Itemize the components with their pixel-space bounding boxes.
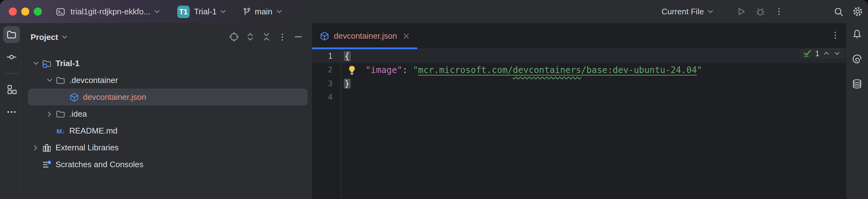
tree-item-label: Trial-1 xyxy=(56,59,80,68)
notifications-button[interactable] xyxy=(852,29,862,39)
run-configuration-selector[interactable]: Current File xyxy=(661,7,714,16)
zoom-window-button[interactable] xyxy=(34,7,42,15)
next-problem-button[interactable] xyxy=(834,50,841,57)
chevron-down-icon[interactable] xyxy=(44,75,54,85)
strip-divider xyxy=(5,73,18,74)
tree-item-label: Scratches and Consoles xyxy=(56,160,144,169)
code-line: "image": "mcr.microsoft.com/devcontainer… xyxy=(341,63,846,77)
tree-item-label: devcontainer.json xyxy=(83,92,146,102)
folder-icon xyxy=(56,109,65,119)
intention-bulb-icon[interactable] xyxy=(347,65,357,75)
project-folder-icon xyxy=(42,58,52,68)
line-number: 1 xyxy=(312,49,341,63)
chevron-down-icon[interactable] xyxy=(153,7,161,15)
project-panel-title[interactable]: Project xyxy=(31,32,58,41)
chevron-spacer xyxy=(31,159,40,169)
folder-icon xyxy=(56,75,65,85)
run-configuration-label: Current File xyxy=(661,7,704,16)
line-number: 4 xyxy=(312,91,341,104)
project-tree: Trial-1.devcontainerdevcontainer.json.id… xyxy=(24,51,312,173)
more-actions-button[interactable] xyxy=(774,7,784,16)
code-line xyxy=(341,91,846,104)
commit-tool-button[interactable] xyxy=(3,49,20,66)
minimize-window-button[interactable] xyxy=(21,7,29,15)
right-tool-strip xyxy=(846,23,868,199)
code-line: { xyxy=(341,49,846,63)
ai-assistant-button[interactable] xyxy=(852,54,862,64)
editor-tab-bar: devcontainer.json xyxy=(312,23,846,49)
ellipsis-icon xyxy=(6,107,17,117)
prev-problem-button[interactable] xyxy=(823,50,830,57)
git-branch-widget[interactable]: main xyxy=(242,7,284,16)
chevron-down-icon[interactable] xyxy=(31,58,40,68)
close-tab-icon[interactable] xyxy=(402,32,411,40)
traffic-lights xyxy=(9,7,42,15)
tree-item-external-libraries[interactable]: External Libraries xyxy=(28,139,308,156)
terminal-icon xyxy=(56,6,65,16)
select-opened-file-button[interactable] xyxy=(229,32,239,42)
cube-icon xyxy=(319,31,330,41)
code-lines: { "image": "mcr.microsoft.com/devcontain… xyxy=(341,49,846,104)
branch-name: main xyxy=(255,7,272,16)
tab-devcontainer-json[interactable]: devcontainer.json xyxy=(312,23,417,49)
ide-window: trial1git-rdjkpn-ekkfo... T1 Trial-1 mai… xyxy=(0,0,868,199)
line-number: 3 xyxy=(312,77,341,91)
settings-button[interactable] xyxy=(852,6,863,17)
tree-item-devcontainer-json[interactable]: devcontainer.json xyxy=(28,89,308,105)
structure-tool-button[interactable] xyxy=(3,81,20,98)
code-line: } xyxy=(341,77,846,91)
chevron-down-icon[interactable] xyxy=(219,7,227,15)
line-number: 2 xyxy=(312,63,341,77)
debug-button[interactable] xyxy=(755,6,766,17)
tree-item--idea[interactable]: .idea xyxy=(28,105,308,122)
project-panel-header: Project xyxy=(24,23,312,51)
tab-options-button[interactable] xyxy=(831,31,840,40)
editor-area: devcontainer.json 1 1234 { "image": "mcr… xyxy=(312,23,846,199)
markdown-icon: M↓ xyxy=(56,126,65,136)
project-panel: Project Trial-1.devcontainerdevcontainer… xyxy=(24,23,312,199)
structure-icon xyxy=(6,84,17,95)
database-button[interactable] xyxy=(852,78,862,89)
git-branch-icon xyxy=(242,7,252,16)
active-tab-underline xyxy=(312,47,417,49)
main-area: Project Trial-1.devcontainerdevcontainer… xyxy=(0,23,868,199)
run-button[interactable] xyxy=(736,6,746,17)
tree-item--devcontainer[interactable]: .devcontainer xyxy=(28,72,308,89)
close-window-button[interactable] xyxy=(9,7,17,15)
scratches-icon xyxy=(42,159,52,169)
tab-label: devcontainer.json xyxy=(334,31,397,40)
tree-item-trial-1[interactable]: Trial-1 xyxy=(28,55,308,72)
project-badge[interactable]: T1 xyxy=(177,5,190,18)
chevron-down-icon xyxy=(276,7,284,15)
collapse-all-button[interactable] xyxy=(261,32,272,42)
chevron-down-icon[interactable] xyxy=(61,33,69,41)
chevron-spacer xyxy=(58,92,68,102)
title-bar: trial1git-rdjkpn-ekkfo... T1 Trial-1 mai… xyxy=(0,0,868,23)
tree-item-label: README.md xyxy=(69,126,118,135)
library-icon xyxy=(42,142,52,153)
folder-icon xyxy=(6,29,17,40)
project-name[interactable]: Trial-1 xyxy=(194,7,217,16)
tree-item-label: .idea xyxy=(69,109,87,119)
project-tool-button[interactable] xyxy=(3,26,20,43)
expand-all-button[interactable] xyxy=(245,32,255,42)
chevron-right-icon[interactable] xyxy=(44,109,54,119)
chevron-right-icon[interactable] xyxy=(31,142,40,153)
inspections-widget[interactable]: 1 xyxy=(799,48,845,59)
panel-options-button[interactable] xyxy=(278,32,287,41)
chevron-down-icon xyxy=(706,7,714,15)
commit-icon xyxy=(6,52,17,62)
tree-item-label: .devcontainer xyxy=(69,75,118,85)
editor-gutter: 1234 xyxy=(312,49,341,199)
window-title[interactable]: trial1git-rdjkpn-ekkfo... xyxy=(70,7,150,16)
left-tool-strip xyxy=(0,23,24,199)
code-editor[interactable]: 1234 { "image": "mcr.microsoft.com/devco… xyxy=(312,49,846,199)
search-everywhere-button[interactable] xyxy=(834,6,844,16)
typo-squiggle: devcontainers xyxy=(513,65,581,75)
inspection-status-icon xyxy=(803,49,811,57)
tree-item-readme-md[interactable]: M↓README.md xyxy=(28,122,308,139)
tree-item-scratches-and-consoles[interactable]: Scratches and Consoles xyxy=(28,156,308,173)
inspection-count: 1 xyxy=(815,49,819,57)
hide-panel-button[interactable] xyxy=(293,32,303,42)
more-tool-windows-button[interactable] xyxy=(3,104,20,121)
